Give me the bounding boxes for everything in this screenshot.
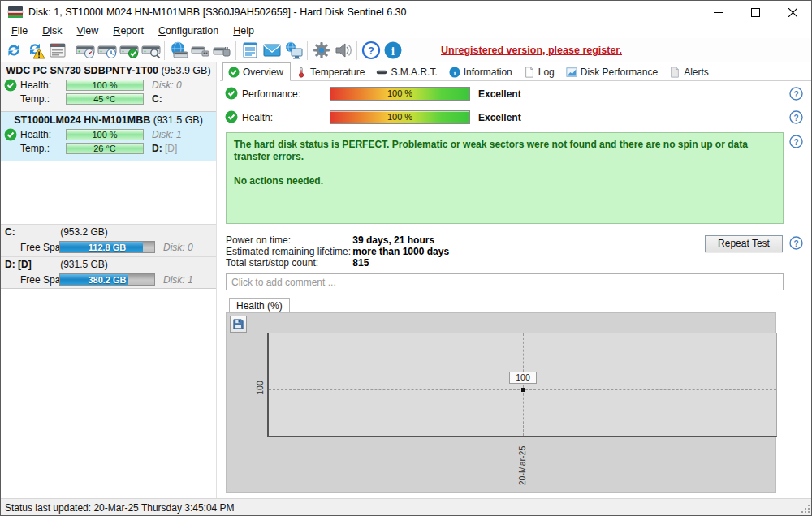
tab-alerts[interactable]: Alerts <box>664 63 715 80</box>
help-icon[interactable]: ? <box>789 87 803 101</box>
help-icon[interactable]: ? <box>789 135 803 148</box>
refresh-icon[interactable] <box>2 40 24 61</box>
free-space-bar: 380.2 GB <box>59 273 155 286</box>
settings-gear-icon[interactable] <box>310 40 332 61</box>
disk-usb-icon[interactable] <box>189 40 211 61</box>
disk-search-icon[interactable] <box>140 40 162 61</box>
email-icon[interactable] <box>261 40 283 61</box>
maximize-button[interactable] <box>736 1 774 24</box>
svg-text:?: ? <box>793 138 798 147</box>
svg-text:?: ? <box>793 239 798 248</box>
menu-file[interactable]: File <box>4 24 35 37</box>
thermometer-icon <box>296 67 307 78</box>
main-panel: Overview Temperature S.M.A.R.T. i Inform… <box>220 62 811 498</box>
disk-check-icon[interactable] <box>118 40 140 61</box>
menu-report[interactable]: Report <box>106 24 151 37</box>
menu-bar: File Disk View Report Configuration Help <box>1 24 811 38</box>
minimize-button[interactable] <box>699 1 736 24</box>
notes-icon[interactable] <box>239 40 261 61</box>
svg-text:?: ? <box>793 114 798 123</box>
disk-ok-icon <box>4 128 17 141</box>
disk-status-textbox: The hard disk status is PERFECT. Problem… <box>226 132 784 224</box>
toolbar-separator <box>235 41 236 60</box>
disk-name: WDC PC SN730 SDBPNTY-1T00 (953.9 GB) <box>1 65 216 79</box>
health-rating: Excellent <box>478 112 521 123</box>
status-text: The hard disk status is PERFECT. Problem… <box>234 139 775 163</box>
page-icon <box>524 67 535 78</box>
stat-remaining-lifetime: Estimated remaining lifetime: more than … <box>226 246 449 257</box>
performance-meter: 100 % <box>330 87 470 101</box>
x-axis-tick: 20-Mar-25 <box>517 446 527 485</box>
tab-overview[interactable]: Overview <box>222 62 291 81</box>
health-label: Health: <box>242 112 273 123</box>
help-icon[interactable]: ? <box>789 236 803 250</box>
disk-icon <box>376 67 387 78</box>
disk-number: Disk: 0 <box>152 80 182 91</box>
menu-help[interactable]: Help <box>226 24 261 37</box>
disk-power-icon[interactable] <box>211 40 233 61</box>
data-point <box>521 388 525 392</box>
comment-input[interactable] <box>226 273 784 290</box>
tab-information[interactable]: i Information <box>444 63 519 80</box>
tab-log[interactable]: Log <box>519 63 561 80</box>
ok-status-icon <box>225 87 238 100</box>
app-logo-icon <box>7 6 24 19</box>
resize-grip[interactable] <box>800 503 810 516</box>
save-graph-button[interactable] <box>230 316 247 333</box>
refresh-warning-icon[interactable] <box>24 40 46 61</box>
disk-number: Disk: 1 <box>152 129 182 140</box>
chart-icon <box>566 67 577 78</box>
toolbar-separator <box>164 41 165 60</box>
alert-page-icon <box>669 67 680 78</box>
sidebar-spacer <box>1 161 216 224</box>
health-gauge: 100 % <box>66 129 144 140</box>
menu-configuration[interactable]: Configuration <box>151 24 226 37</box>
toolbar-separator <box>71 41 71 60</box>
title-bar: Disk: 1, ST1000LM024 HN-M101MBB [S360J9A… <box>1 1 811 24</box>
help-icon[interactable]: ? <box>360 40 382 61</box>
health-gauge: 100 % <box>66 80 144 91</box>
drive-letter: D: [D] <box>152 143 177 154</box>
close-button[interactable] <box>774 1 811 24</box>
health-graph-tab[interactable]: Health (%) <box>229 298 290 313</box>
disk-ok-icon <box>4 79 17 92</box>
svg-text:?: ? <box>793 90 798 99</box>
temp-label: Temp.: <box>20 93 50 105</box>
performance-rating: Excellent <box>478 88 521 100</box>
temp-gauge: 26 °C <box>66 143 144 154</box>
help-icon[interactable]: ? <box>789 110 803 124</box>
partition-size: (953.2 GB) <box>1 226 167 238</box>
main-tab-bar: Overview Temperature S.M.A.R.T. i Inform… <box>220 62 811 81</box>
register-link[interactable]: Unregistered version, please register. <box>441 45 622 56</box>
menu-view[interactable]: View <box>69 24 106 37</box>
ok-status-icon <box>225 110 238 123</box>
temp-label: Temp.: <box>20 143 50 154</box>
info-icon[interactable]: i <box>382 40 404 61</box>
disk-list-item-1[interactable]: ST1000LM024 HN-M101MBB (931.5 GB) Health… <box>1 112 216 161</box>
y-axis-tick: 100 <box>255 381 265 395</box>
speaker-icon[interactable] <box>332 40 354 61</box>
tab-disk-performance[interactable]: Disk Performance <box>561 63 664 80</box>
disk-list-item-0[interactable]: WDC PC SN730 SDBPNTY-1T00 (953.9 GB) Hea… <box>1 62 216 112</box>
toolbar-separator <box>356 41 357 60</box>
svg-text:?: ? <box>368 45 374 57</box>
partition-list-item-1[interactable]: D: [D] (931.5 GB) Free Space 380.2 GB Di… <box>1 256 216 289</box>
partition-list-item-0[interactable]: C: (953.2 GB) Free Space 112.8 GB Disk: … <box>1 224 216 256</box>
performance-label: Performance: <box>242 88 300 100</box>
network-disk-icon[interactable] <box>167 40 189 61</box>
tab-temperature[interactable]: Temperature <box>291 63 371 80</box>
network-pc-icon[interactable] <box>283 40 304 61</box>
menu-disk[interactable]: Disk <box>35 24 69 37</box>
workspace: WDC PC SN730 SDBPNTY-1T00 (953.9 GB) Hea… <box>1 62 811 498</box>
disk-name: ST1000LM024 HN-M101MBB (931.5 GB) <box>1 114 216 128</box>
tab-smart[interactable]: S.M.A.R.T. <box>371 63 443 80</box>
repeat-test-button[interactable]: Repeat Test <box>705 235 783 252</box>
window-controls <box>699 1 811 24</box>
status-bar-text: Status last updated: 20-Mar-25 Thursday … <box>5 502 235 514</box>
health-history-plot: 100 <box>267 333 777 437</box>
disk-clock-icon[interactable] <box>96 40 118 61</box>
svg-text:i: i <box>391 45 395 57</box>
disk-gauge-icon[interactable] <box>74 40 96 61</box>
report-icon[interactable] <box>46 40 68 61</box>
temp-gauge: 45 °C <box>66 93 144 105</box>
